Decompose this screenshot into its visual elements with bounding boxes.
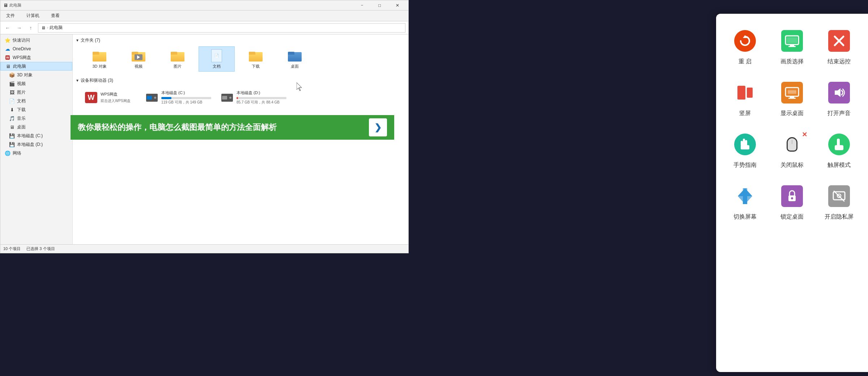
c-drive-icon <box>145 91 158 104</box>
folder-3d-objects[interactable]: 3D 对象 <box>81 46 118 72</box>
ribbon: 文件 计算机 查看 <box>0 10 408 21</box>
c-drive-size: 119 GB 可用，共 149 GB <box>161 100 211 105</box>
3d-icon: 📦 <box>9 72 15 78</box>
sidebar-item-wps[interactable]: W WPS网盘 <box>0 53 72 62</box>
show-desktop-icon <box>781 82 803 103</box>
sidebar-label: 快速访问 <box>13 37 30 43</box>
sidebar-item-c-drive[interactable]: 💾 本地磁盘 (C:) <box>0 131 72 140</box>
sidebar-item-documents[interactable]: 📄 文档 <box>0 97 72 105</box>
folder-3d-icon <box>93 50 106 62</box>
sidebar-item-music[interactable]: 🎵 音乐 <box>0 114 72 123</box>
folder-desktop-icon <box>288 50 302 62</box>
c-drive-name: 本地磁盘 (C:) <box>161 90 211 96</box>
folder-documents[interactable]: 📄 文档 <box>199 46 235 72</box>
folder-pictures[interactable]: 图片 <box>159 46 196 72</box>
close-mouse-label: 关闭鼠标 <box>780 161 804 169</box>
svg-rect-9 <box>790 45 794 46</box>
back-button[interactable]: ← <box>3 24 12 32</box>
sidebar-item-pictures[interactable]: 🖼 图片 <box>0 88 72 97</box>
folder-video-label: 视频 <box>135 64 142 69</box>
panel-item-touch-mode[interactable]: 触屏模式 <box>817 128 861 173</box>
sidebar-item-video[interactable]: 🎬 视频 <box>0 79 72 88</box>
sidebar-label: 图片 <box>17 89 26 96</box>
ribbon-tab-file[interactable]: 文件 <box>3 11 18 20</box>
panel-item-private-screen[interactable]: 开启隐私屏 <box>817 180 861 224</box>
folder-desktop-label: 桌面 <box>291 64 299 69</box>
panel-item-portrait[interactable]: 竖屏 <box>723 76 767 121</box>
sidebar-item-network[interactable]: 🌐 网络 <box>0 149 72 157</box>
portrait-label: 竖屏 <box>739 110 751 117</box>
d-drive-icon <box>221 91 234 104</box>
panel-item-show-desktop[interactable]: 显示桌面 <box>770 76 814 121</box>
panel-item-switch-screen[interactable]: 切换屏幕 <box>723 180 767 224</box>
lock-desktop-icon <box>781 185 803 207</box>
sidebar-item-d-drive[interactable]: 💾 本地磁盘 (D:) <box>0 140 72 149</box>
private-screen-icon <box>828 185 850 207</box>
svg-rect-11 <box>787 37 797 43</box>
d-drive-icon: 💾 <box>9 141 15 147</box>
sidebar-item-downloads[interactable]: ⬇ 下载 <box>0 105 72 114</box>
forward-button[interactable]: → <box>15 24 24 32</box>
svg-rect-4 <box>222 96 227 100</box>
folder-desktop[interactable]: 桌面 <box>277 46 313 72</box>
window-icon: 🖥 <box>3 3 8 8</box>
svg-rect-21 <box>745 140 747 146</box>
folder-documents-label: 文档 <box>213 64 221 69</box>
close-button[interactable]: ✕ <box>389 0 405 11</box>
maximize-button[interactable]: □ <box>371 0 388 11</box>
c-drive-icon: 💾 <box>9 133 15 139</box>
folder-video[interactable]: 视频 <box>120 46 157 72</box>
sidebar-item-this-pc[interactable]: 🖥 此电脑 <box>0 62 72 71</box>
quick-access-toolbar: 🖥 此电脑 － □ ✕ <box>0 0 408 10</box>
sidebar-item-onedrive[interactable]: ☁ OneDrive <box>0 45 72 53</box>
music-icon: 🎵 <box>9 115 15 121</box>
folders-section-header: 文件夹 (7) <box>76 37 405 43</box>
display-select-icon <box>781 30 803 52</box>
panel-item-gesture[interactable]: 手势指南 <box>723 128 767 173</box>
gesture-icon <box>734 134 756 155</box>
this-pc-icon: 🖥 <box>5 63 11 69</box>
folder-3d-label: 3D 对象 <box>92 64 106 69</box>
status-bar: 10 个项目 已选择 3 个项目 <box>0 244 408 253</box>
ribbon-tab-view[interactable]: 查看 <box>48 11 63 20</box>
panel-item-open-sound[interactable]: 打开声音 <box>817 76 861 121</box>
ribbon-tab-computer[interactable]: 计算机 <box>24 11 42 20</box>
wps-drive[interactable]: W WPS网盘 双击进入WPS网盘 <box>81 86 139 108</box>
desktop-icon: 🖥 <box>9 124 15 130</box>
right-panel: 重 启 画质选择 <box>716 14 868 372</box>
svg-rect-20 <box>743 139 745 146</box>
banner-arrow[interactable]: ❯ <box>369 118 387 136</box>
folder-downloads-label: 下载 <box>252 64 260 69</box>
sidebar-item-quick-access[interactable]: ⭐ 快速访问 <box>0 36 72 45</box>
d-drive[interactable]: 本地磁盘 (D:) 85.7 GB 可用，共 88.4 GB <box>217 86 290 108</box>
panel-item-restart[interactable]: 重 启 <box>723 25 767 69</box>
folder-downloads[interactable]: 下载 <box>238 46 274 72</box>
panel-item-close-mouse[interactable]: ✕ 关闭鼠标 <box>770 128 814 173</box>
minimize-button[interactable]: － <box>354 0 370 11</box>
private-screen-label: 开启隐私屏 <box>825 213 854 221</box>
panel-item-end-remote[interactable]: 结束远控 <box>817 25 861 69</box>
d-drive-bar <box>237 97 286 99</box>
sidebar: ⭐ 快速访问 ☁ OneDrive W WPS网盘 🖥 此电脑 📦 3D 对象 … <box>0 34 73 244</box>
sidebar-item-3d[interactable]: 📦 3D 对象 <box>0 71 72 79</box>
drives-grid: W WPS网盘 双击进入WPS网盘 <box>76 86 405 108</box>
display-select-label: 画质选择 <box>780 58 804 66</box>
sidebar-label: 网络 <box>13 150 21 156</box>
banner[interactable]: 教你最轻松的操作，电脑怎么截图最简单的方法全面解析 ❯ <box>71 115 394 140</box>
up-button[interactable]: ↑ <box>26 24 35 32</box>
onedrive-icon: ☁ <box>5 46 10 52</box>
gesture-label: 手势指南 <box>733 161 757 169</box>
panel-item-lock-desktop[interactable]: 锁定桌面 <box>770 180 814 224</box>
show-desktop-label: 显示桌面 <box>780 110 804 117</box>
svg-point-2 <box>154 97 156 99</box>
sidebar-item-desktop[interactable]: 🖥 桌面 <box>0 123 72 131</box>
sidebar-label: 桌面 <box>17 124 26 130</box>
folder-pictures-label: 图片 <box>174 64 182 69</box>
wps-drive-sub: 双击进入WPS网盘 <box>101 98 136 103</box>
touch-mode-icon <box>828 134 850 155</box>
selected-count: 已选择 3 个项目 <box>26 246 55 252</box>
sidebar-label: 文档 <box>17 98 26 104</box>
panel-item-display-select[interactable]: 画质选择 <box>770 25 814 69</box>
breadcrumb[interactable]: 🖥 › 此电脑 <box>38 23 405 33</box>
c-drive[interactable]: 本地磁盘 (C:) 119 GB 可用，共 149 GB <box>142 86 214 108</box>
